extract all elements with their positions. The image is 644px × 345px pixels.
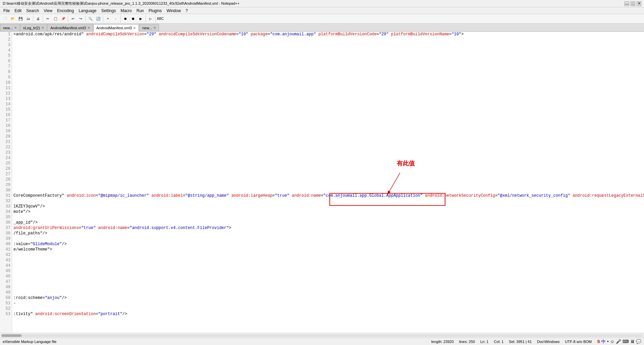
scrollbar-thumb[interactable] <box>1 334 22 337</box>
tab-close-1[interactable]: ✕ <box>41 26 44 30</box>
tab-0[interactable]: new...✕ <box>0 24 20 31</box>
paste-button[interactable]: 📌 <box>59 15 67 23</box>
replace-button[interactable]: 🔄 <box>94 15 102 23</box>
menu-item-encoding[interactable]: Encoding <box>55 8 76 13</box>
line-num-20: 20 <box>0 134 10 139</box>
menu-item-language[interactable]: Language <box>77 8 98 13</box>
tab-3[interactable]: AndroidManifest.xml3✕ <box>93 24 139 32</box>
menu-item-settings[interactable]: Settings <box>99 8 118 13</box>
code-area[interactable]: <android.com/apk/res/android" androidCom… <box>12 32 644 333</box>
minimize-button[interactable]: — <box>625 1 629 6</box>
line-num-29: 29 <box>0 182 10 188</box>
line-num-49: 49 <box>0 290 10 295</box>
code-line-45 <box>12 268 644 274</box>
line-num-8: 8 <box>0 69 10 75</box>
menu-item-window[interactable]: Window <box>164 8 183 13</box>
code-line-47 <box>12 279 644 284</box>
code-line-11 <box>12 85 644 91</box>
code-line-29 <box>12 182 644 188</box>
line-num-3: 3 <box>0 42 10 48</box>
line-num-42: 42 <box>0 252 10 258</box>
run-button[interactable]: ▷ <box>147 15 154 23</box>
menu-item-view[interactable]: View <box>42 8 54 13</box>
ime-icon-dot: • <box>607 339 609 344</box>
code-line-23 <box>12 150 644 155</box>
ime-icon-face: ☺ <box>610 339 614 344</box>
line-num-9: 9 <box>0 75 10 80</box>
line-num-24: 24 <box>0 155 10 161</box>
code-line-25 <box>12 161 644 166</box>
macro-stop-button[interactable]: ⏹ <box>129 15 137 23</box>
menu-item-plugins[interactable]: Plugins <box>147 8 164 13</box>
maximize-button[interactable]: □ <box>631 1 635 6</box>
code-line-15 <box>12 107 644 112</box>
zoom-out-button[interactable]: - <box>112 15 119 23</box>
menu-item-macro[interactable]: Macro <box>119 8 134 13</box>
close-button[interactable]: ✕ <box>637 1 641 6</box>
redo-button[interactable]: ↪ <box>77 15 84 23</box>
toolbar-separator-3 <box>68 15 68 22</box>
code-line-14 <box>12 102 644 107</box>
code-line-52 <box>12 306 644 311</box>
line-num-4: 4 <box>0 48 10 53</box>
line-num-30: 30 <box>0 188 10 193</box>
tab-close-0[interactable]: ✕ <box>14 26 17 30</box>
macro-record-button[interactable]: ⏺ <box>122 15 129 23</box>
code-line-41: e/welcomeTheme"> <box>12 247 644 252</box>
code-line-5 <box>12 53 644 59</box>
print-button[interactable]: 🖨 <box>34 15 42 23</box>
menu-item-search[interactable]: Search <box>24 8 41 13</box>
code-line-2 <box>12 37 644 42</box>
code-line-1: <android.com/apk/res/android" androidCom… <box>12 32 644 37</box>
new-button[interactable]: 📄 <box>1 15 9 23</box>
code-line-13 <box>12 96 644 102</box>
tab-1[interactable]: vLog_tr(2)✕ <box>20 24 47 31</box>
cut-button[interactable]: ✂ <box>44 15 51 23</box>
code-line-20 <box>12 134 644 139</box>
code-line-6 <box>12 59 644 64</box>
tab-close-2[interactable]: ✕ <box>87 26 90 30</box>
line-num-25: 25 <box>0 161 10 166</box>
menu-item-?[interactable]: ? <box>184 8 190 13</box>
menu-item-run[interactable]: Run <box>134 8 146 13</box>
zoom-in-button[interactable]: + <box>104 15 112 23</box>
code-line-17 <box>12 118 644 123</box>
code-line-36: _app_id"/> <box>12 220 644 225</box>
code-line-4 <box>12 48 644 53</box>
scrollbar-track[interactable] <box>1 334 643 337</box>
find-button[interactable]: 🔍 <box>87 15 94 23</box>
tab-2[interactable]: AndroidManifest.xml3✕ <box>47 24 93 31</box>
line-num-28: 28 <box>0 177 10 182</box>
line-num-23: 23 <box>0 150 10 155</box>
status-bar: eXtensible Markup Language file length: … <box>0 338 644 345</box>
open-button[interactable]: 📂 <box>9 15 16 23</box>
undo-button[interactable]: ↩ <box>69 15 77 23</box>
copy-button[interactable]: 📋 <box>52 15 59 23</box>
save-button[interactable]: 💾 <box>17 15 24 23</box>
tab-close-4[interactable]: ✕ <box>153 26 156 30</box>
spell-check-button[interactable]: ABC <box>157 15 164 23</box>
toolbar-separator-7 <box>146 15 146 22</box>
save-all-button[interactable]: 🗂 <box>25 15 32 23</box>
code-line-24 <box>12 155 644 161</box>
line-num-2: 2 <box>0 37 10 42</box>
line-num-27: 27 <box>0 171 10 177</box>
macro-play-button[interactable]: ▶ <box>137 15 145 23</box>
line-num-5: 5 <box>0 53 10 59</box>
code-line-53: :tivity" android:screenOrientation="port… <box>12 311 644 317</box>
line-num-18: 18 <box>0 123 10 128</box>
line-num-32: 32 <box>0 198 10 204</box>
menu-bar: FileEditSearchViewEncodingLanguageSettin… <box>0 7 644 14</box>
code-line-19 <box>12 128 644 134</box>
ime-icon-mic: 🎤 <box>616 339 621 344</box>
menu-item-file[interactable]: File <box>1 8 12 13</box>
line-num-14: 14 <box>0 102 10 107</box>
line-num-6: 6 <box>0 59 10 64</box>
tab-4[interactable]: new...✕ <box>139 24 159 31</box>
line-num-12: 12 <box>0 91 10 96</box>
line-num-40: 40 <box>0 241 10 247</box>
status-right: length: 23920 lines: 250 Ln: 1 Col: 1 Se… <box>431 339 641 345</box>
menu-item-edit[interactable]: Edit <box>12 8 24 13</box>
tab-close-3[interactable]: ✕ <box>133 26 136 30</box>
horizontal-scrollbar[interactable] <box>0 333 644 338</box>
